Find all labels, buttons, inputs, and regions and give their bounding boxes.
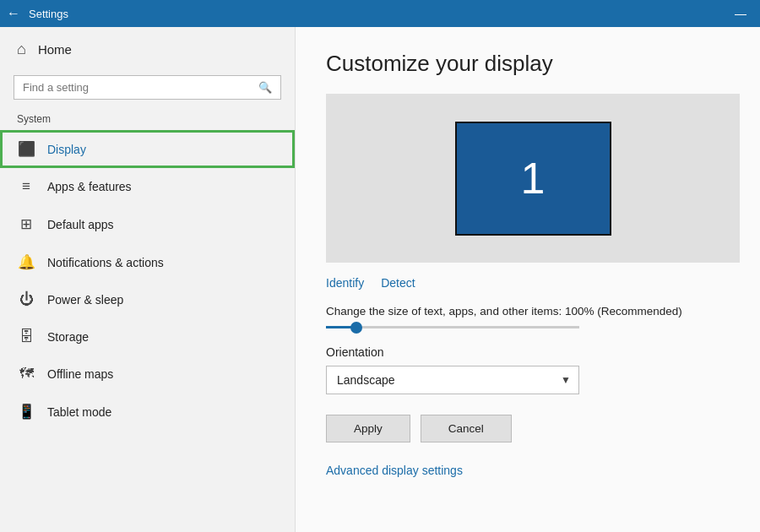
search-icon: 🔍	[250, 76, 280, 99]
power-icon: ⏻	[17, 291, 35, 308]
monitor-number: 1	[521, 153, 546, 204]
home-icon: ⌂	[17, 41, 26, 58]
display-icon: ⬛	[17, 140, 35, 158]
cancel-button[interactable]: Cancel	[421, 415, 512, 442]
sidebar-item-apps[interactable]: ≡ Apps & features	[0, 168, 295, 205]
apps-icon: ≡	[17, 178, 35, 195]
main-content: Customize your display 1 Identify Detect…	[296, 27, 760, 532]
page-title: Customize your display	[326, 51, 730, 77]
default-apps-icon: ⊞	[17, 215, 35, 233]
sidebar-label-storage: Storage	[47, 330, 89, 344]
slider-container	[326, 326, 579, 328]
notifications-icon: 🔔	[17, 253, 35, 271]
sidebar: ⌂ Home 🔍 System ⬛ Display ≡ Apps & featu…	[0, 27, 296, 532]
home-label: Home	[38, 42, 72, 57]
offline-maps-icon: 🗺	[17, 366, 35, 383]
sidebar-item-tablet-mode[interactable]: 📱 Tablet mode	[0, 393, 295, 431]
sidebar-label-display: Display	[47, 143, 86, 156]
sidebar-item-notifications[interactable]: 🔔 Notifications & actions	[0, 243, 295, 281]
sidebar-label-tablet-mode: Tablet mode	[47, 405, 111, 419]
sidebar-item-display[interactable]: ⬛ Display	[0, 130, 295, 168]
title-bar-title: Settings	[29, 8, 68, 20]
sidebar-label-notifications: Notifications & actions	[47, 256, 164, 269]
minimize-button[interactable]: —	[728, 7, 753, 20]
sidebar-label-power: Power & sleep	[47, 293, 123, 307]
sidebar-item-storage[interactable]: 🗄 Storage	[0, 318, 295, 356]
display-links: Identify Detect	[326, 276, 730, 290]
sidebar-label-apps: Apps & features	[47, 180, 132, 193]
identify-link[interactable]: Identify	[326, 276, 364, 290]
search-box: 🔍	[14, 75, 281, 100]
scale-slider[interactable]	[326, 326, 579, 328]
title-bar: ← Settings —	[0, 0, 760, 27]
sidebar-item-offline-maps[interactable]: 🗺 Offline maps	[0, 356, 295, 393]
orientation-select-wrapper: Landscape Portrait Landscape (flipped) P…	[326, 366, 579, 394]
home-nav-item[interactable]: ⌂ Home	[0, 27, 295, 72]
orientation-select[interactable]: Landscape Portrait Landscape (flipped) P…	[326, 366, 579, 394]
sidebar-item-default-apps[interactable]: ⊞ Default apps	[0, 205, 295, 243]
scale-description: Change the size of text, apps, and other…	[326, 305, 730, 318]
system-label: System	[0, 110, 295, 130]
storage-icon: 🗄	[17, 328, 35, 345]
sidebar-label-default-apps: Default apps	[47, 218, 114, 231]
back-button[interactable]: ←	[7, 6, 20, 21]
orientation-label: Orientation	[326, 345, 730, 359]
search-input[interactable]	[14, 76, 250, 99]
apply-button[interactable]: Apply	[326, 415, 410, 442]
tablet-mode-icon: 📱	[17, 403, 35, 421]
monitor-graphic: 1	[455, 122, 611, 236]
sidebar-label-offline-maps: Offline maps	[47, 367, 113, 381]
title-bar-left: ← Settings	[7, 6, 68, 21]
advanced-display-link[interactable]: Advanced display settings	[326, 464, 463, 477]
app-container: ⌂ Home 🔍 System ⬛ Display ≡ Apps & featu…	[0, 27, 760, 532]
button-row: Apply Cancel	[326, 415, 730, 442]
sidebar-item-power[interactable]: ⏻ Power & sleep	[0, 281, 295, 318]
display-preview-area: 1	[326, 94, 740, 263]
detect-link[interactable]: Detect	[381, 276, 415, 290]
